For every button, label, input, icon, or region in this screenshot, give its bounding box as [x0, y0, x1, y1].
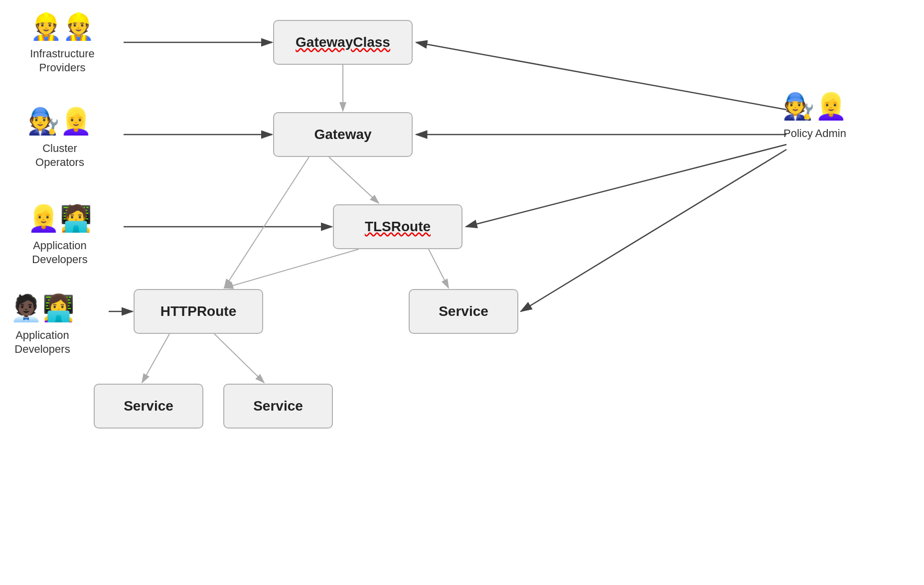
service-mid-label: Service: [439, 303, 488, 320]
gateway-label: Gateway: [314, 126, 371, 143]
service-center-label: Service: [253, 398, 303, 415]
policy-admin-emoji: 🧑‍🔧👱‍♀️: [782, 90, 847, 124]
svg-line-13: [214, 334, 264, 383]
node-gatewayclass: GatewayClass: [273, 20, 413, 65]
svg-line-10: [224, 249, 359, 288]
svg-line-9: [224, 157, 309, 288]
node-service-left: Service: [94, 384, 203, 429]
actor-policy-admin: 🧑‍🔧👱‍♀️ Policy Admin: [782, 90, 847, 141]
svg-line-12: [142, 334, 169, 383]
actor-infra-providers: 👷👷 InfrastructureProviders: [30, 10, 95, 75]
gatewayclass-label: GatewayClass: [296, 34, 390, 51]
node-httproute: HTTPRoute: [134, 289, 263, 334]
node-service-center: Service: [223, 384, 333, 429]
node-tlsroute: TLSRoute: [333, 204, 462, 249]
app-dev-bottom-emoji: 🧑🏿‍💼👩‍💻: [10, 292, 75, 325]
actor-app-dev-top: 👱‍♀️🧑‍💻 ApplicationDevelopers: [27, 202, 92, 267]
policy-admin-label: Policy Admin: [783, 127, 846, 140]
infra-providers-label: InfrastructureProviders: [30, 47, 95, 74]
node-service-mid: Service: [409, 289, 518, 334]
actor-cluster-operators: 🧑‍🔧👱‍♀️ ClusterOperators: [27, 105, 92, 170]
app-dev-bottom-label: ApplicationDevelopers: [14, 329, 70, 356]
httproute-label: HTTPRoute: [160, 303, 236, 320]
tlsroute-label: TLSRoute: [365, 218, 431, 235]
svg-line-11: [429, 249, 449, 288]
service-left-label: Service: [124, 398, 173, 415]
svg-line-14: [416, 42, 786, 110]
app-dev-top-emoji: 👱‍♀️🧑‍💻: [27, 202, 92, 236]
actor-app-dev-bottom: 🧑🏿‍💼👩‍💻 ApplicationDevelopers: [10, 292, 75, 357]
diagram-container: GatewayClass Gateway TLSRoute HTTPRoute …: [0, 0, 924, 585]
svg-line-16: [466, 145, 786, 227]
svg-line-17: [521, 149, 786, 311]
app-dev-top-label: ApplicationDevelopers: [32, 239, 87, 266]
infra-providers-emoji: 👷👷: [30, 10, 95, 44]
svg-line-8: [329, 157, 379, 203]
cluster-operators-label: ClusterOperators: [35, 142, 84, 169]
node-gateway: Gateway: [273, 112, 413, 157]
cluster-operators-emoji: 🧑‍🔧👱‍♀️: [27, 105, 92, 139]
